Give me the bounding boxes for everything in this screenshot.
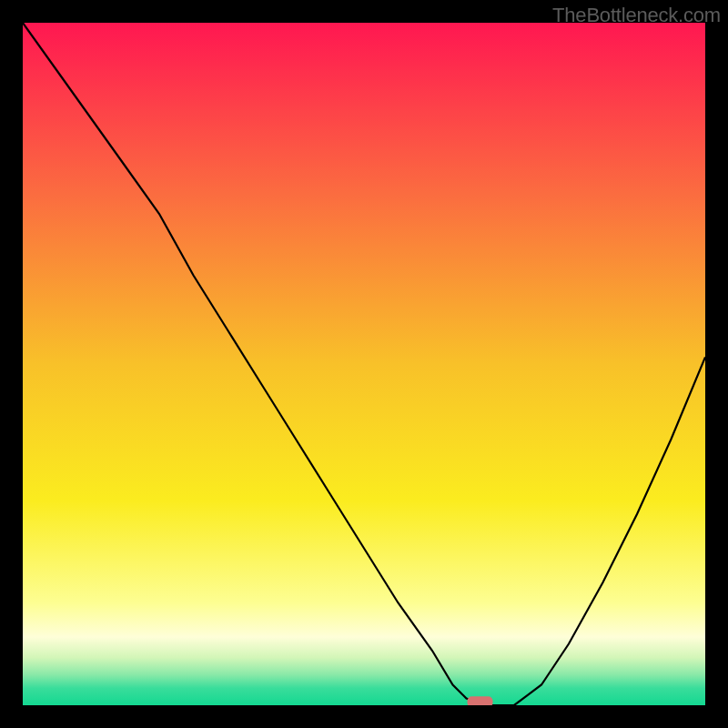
- optimal-marker: [468, 696, 493, 705]
- chart-frame: TheBottleneck.com: [0, 0, 728, 728]
- bottleneck-chart: [23, 23, 705, 705]
- gradient-background: [23, 23, 705, 705]
